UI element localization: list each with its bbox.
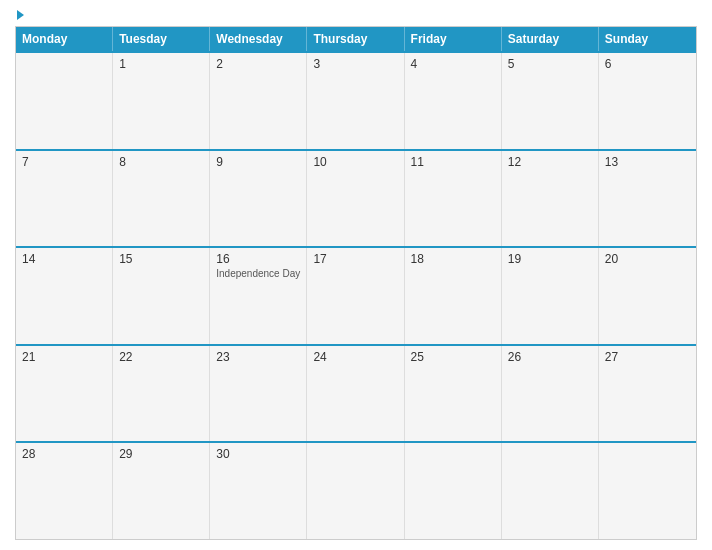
calendar-cell: 18 [405, 248, 502, 344]
calendar-cell: 30 [210, 443, 307, 539]
day-number: 25 [411, 350, 495, 364]
calendar-cell: 29 [113, 443, 210, 539]
calendar-cell: 13 [599, 151, 696, 247]
calendar-cell [502, 443, 599, 539]
calendar-week-5: 282930 [16, 441, 696, 539]
calendar-cell: 22 [113, 346, 210, 442]
calendar-cell: 8 [113, 151, 210, 247]
calendar-cell: 14 [16, 248, 113, 344]
day-number: 15 [119, 252, 203, 266]
day-number: 24 [313, 350, 397, 364]
calendar-header: MondayTuesdayWednesdayThursdayFridaySatu… [16, 27, 696, 51]
day-number: 9 [216, 155, 300, 169]
calendar-cell: 19 [502, 248, 599, 344]
day-number: 10 [313, 155, 397, 169]
day-number: 18 [411, 252, 495, 266]
calendar-cell [16, 53, 113, 149]
calendar-cell: 6 [599, 53, 696, 149]
day-number: 17 [313, 252, 397, 266]
calendar-cell: 2 [210, 53, 307, 149]
calendar-cell: 9 [210, 151, 307, 247]
calendar-cell: 15 [113, 248, 210, 344]
day-number: 2 [216, 57, 300, 71]
calendar-week-2: 78910111213 [16, 149, 696, 247]
calendar-cell: 3 [307, 53, 404, 149]
calendar-cell: 21 [16, 346, 113, 442]
day-header-wednesday: Wednesday [210, 27, 307, 51]
day-header-thursday: Thursday [307, 27, 404, 51]
day-number: 14 [22, 252, 106, 266]
day-header-friday: Friday [405, 27, 502, 51]
calendar-cell: 5 [502, 53, 599, 149]
day-header-monday: Monday [16, 27, 113, 51]
day-header-saturday: Saturday [502, 27, 599, 51]
day-number: 27 [605, 350, 690, 364]
day-number: 20 [605, 252, 690, 266]
day-number: 5 [508, 57, 592, 71]
day-number: 28 [22, 447, 106, 461]
calendar-cell [307, 443, 404, 539]
calendar-cell: 20 [599, 248, 696, 344]
day-number: 30 [216, 447, 300, 461]
day-number: 4 [411, 57, 495, 71]
day-number: 22 [119, 350, 203, 364]
calendar-cell: 1 [113, 53, 210, 149]
calendar-cell: 23 [210, 346, 307, 442]
calendar-cell: 17 [307, 248, 404, 344]
calendar-body: 12345678910111213141516Independence Day1… [16, 51, 696, 539]
calendar-week-3: 141516Independence Day17181920 [16, 246, 696, 344]
calendar-cell: 10 [307, 151, 404, 247]
day-number: 8 [119, 155, 203, 169]
day-header-tuesday: Tuesday [113, 27, 210, 51]
calendar-cell: 7 [16, 151, 113, 247]
day-number: 6 [605, 57, 690, 71]
header [15, 10, 697, 20]
day-number: 3 [313, 57, 397, 71]
calendar-cell: 12 [502, 151, 599, 247]
calendar-page: MondayTuesdayWednesdayThursdayFridaySatu… [0, 0, 712, 550]
calendar-cell: 24 [307, 346, 404, 442]
logo [15, 10, 115, 20]
calendar-week-4: 21222324252627 [16, 344, 696, 442]
calendar-cell: 25 [405, 346, 502, 442]
calendar-cell: 11 [405, 151, 502, 247]
day-header-sunday: Sunday [599, 27, 696, 51]
calendar-cell: 4 [405, 53, 502, 149]
day-number: 29 [119, 447, 203, 461]
logo-triangle-icon [17, 10, 24, 20]
calendar-grid: MondayTuesdayWednesdayThursdayFridaySatu… [15, 26, 697, 540]
event-label: Independence Day [216, 268, 300, 279]
calendar-cell [599, 443, 696, 539]
day-number: 12 [508, 155, 592, 169]
day-number: 23 [216, 350, 300, 364]
logo-blue-row [15, 10, 24, 20]
day-number: 13 [605, 155, 690, 169]
calendar-week-1: 123456 [16, 51, 696, 149]
day-number: 16 [216, 252, 300, 266]
day-number: 7 [22, 155, 106, 169]
calendar-cell: 16Independence Day [210, 248, 307, 344]
day-number: 26 [508, 350, 592, 364]
day-number: 21 [22, 350, 106, 364]
calendar-cell: 27 [599, 346, 696, 442]
calendar-cell: 26 [502, 346, 599, 442]
day-number: 11 [411, 155, 495, 169]
calendar-cell [405, 443, 502, 539]
calendar-cell: 28 [16, 443, 113, 539]
day-number: 1 [119, 57, 203, 71]
day-number: 19 [508, 252, 592, 266]
